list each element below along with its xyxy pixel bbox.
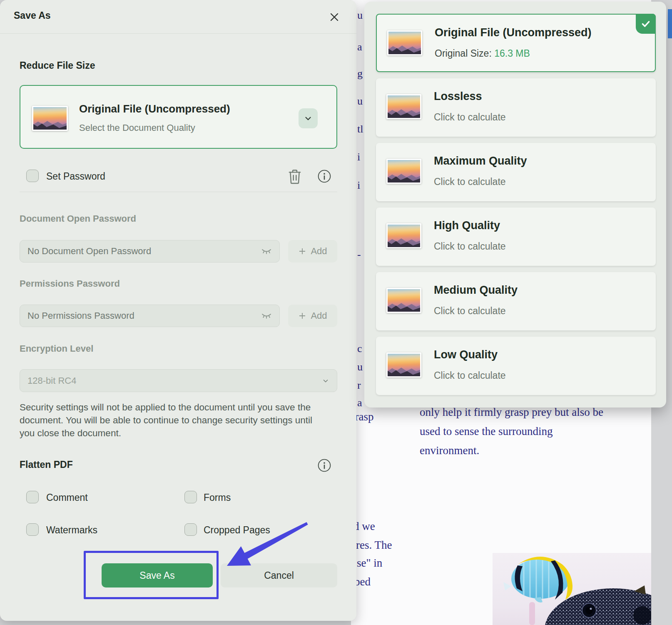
quality-selector[interactable]: Original File (Uncompressed) Select the …: [20, 85, 337, 149]
original-size-value: 16.3 MB: [494, 48, 530, 59]
quality-option-subtitle: Click to calculate: [434, 176, 506, 188]
watermarks-label: Watermarks: [46, 525, 97, 536]
page-text-fragment: g: [357, 68, 363, 80]
watermarks-checkbox[interactable]: [26, 523, 39, 536]
arrow-annotation: [217, 517, 316, 575]
quality-option-medium[interactable]: Medium Quality Click to calculate: [376, 272, 656, 330]
divider: [20, 192, 337, 192]
encryption-level-label: Encryption Level: [20, 343, 93, 354]
dialog-title: Save As: [14, 10, 51, 21]
page-text-fragment: r: [357, 379, 361, 392]
page-text-fragment: res. The: [356, 539, 392, 552]
quality-option-title: Original File (Uncompressed): [435, 26, 592, 39]
chevron-down-icon: [304, 114, 313, 123]
fish-photo: [493, 553, 651, 625]
add-button-label: Add: [311, 246, 327, 257]
eye-closed-icon[interactable]: [261, 312, 272, 320]
quality-option-subtitle: Click to calculate: [434, 370, 506, 381]
page-text-fragment: c: [357, 342, 362, 355]
document-thumbnail: [386, 94, 421, 119]
background-app-accent: [668, 9, 672, 38]
quality-option-subtitle: Click to calculate: [434, 112, 506, 123]
forms-label: Forms: [204, 492, 231, 503]
page-text-fragment: a: [357, 397, 362, 409]
security-note: Security settings will not be applied to…: [20, 401, 330, 440]
highlight-rectangle-annotation: [84, 551, 219, 599]
document-thumbnail: [386, 352, 421, 378]
page-paragraph: only help it firmly grasp prey but also …: [420, 402, 603, 460]
quality-options-panel: Original File (Uncompressed) Original Si…: [364, 2, 666, 408]
chevron-down-icon: [322, 377, 329, 385]
password-info-button[interactable]: [316, 168, 332, 184]
quality-option-low[interactable]: Low Quality Click to calculate: [376, 337, 656, 395]
comment-label: Comment: [46, 492, 88, 503]
page-text-fragment: i: [357, 179, 360, 192]
close-icon: [327, 10, 342, 25]
close-button[interactable]: [326, 8, 343, 26]
selected-quality-title: Original File (Uncompressed): [79, 102, 230, 115]
quality-option-lossless[interactable]: Lossless Click to calculate: [376, 78, 656, 137]
permissions-password-label: Permissions Password: [20, 278, 120, 289]
set-password-label: Set Password: [46, 171, 105, 182]
page-text-fragment: u: [357, 95, 363, 108]
eye-closed-icon[interactable]: [261, 248, 272, 255]
quality-option-title: Medium Quality: [434, 284, 518, 297]
quality-option-subtitle: Original Size: 16.3 MB: [435, 48, 530, 59]
page-text-fragment: i: [357, 151, 360, 163]
page-text-fragment: -: [357, 248, 361, 261]
cropped-pages-checkbox[interactable]: [184, 523, 197, 536]
quality-option-subtitle: Click to calculate: [434, 241, 506, 252]
quality-option-title: Lossless: [434, 90, 482, 103]
forms-checkbox[interactable]: [184, 491, 197, 503]
checkmark-icon: [640, 18, 651, 29]
quality-option-subtitle: Click to calculate: [434, 305, 506, 317]
reduce-file-size-heading: Reduce File Size: [20, 60, 95, 71]
plus-icon: [298, 247, 306, 255]
quality-option-high[interactable]: High Quality Click to calculate: [376, 208, 656, 266]
info-icon: [317, 169, 331, 183]
document-open-password-input[interactable]: No Document Open Password: [20, 240, 280, 262]
add-document-open-password-button[interactable]: Add: [288, 240, 337, 262]
document-thumbnail: [386, 288, 421, 313]
document-thumbnail: [386, 223, 421, 248]
selected-badge: [636, 14, 656, 34]
flatten-info-button[interactable]: [316, 458, 332, 473]
page-text-fragment: d we: [353, 520, 375, 533]
comment-checkbox[interactable]: [26, 491, 39, 503]
document-thumbnail: [32, 106, 68, 131]
page-text-line: environment.: [420, 441, 603, 460]
quality-option-title: High Quality: [434, 219, 500, 232]
page-text-fragment: a: [357, 41, 362, 53]
original-size-label: Original Size:: [435, 48, 494, 59]
permissions-password-value: No Permissions Password: [27, 310, 261, 321]
add-button-label: Add: [311, 310, 327, 321]
document-thumbnail: [387, 30, 422, 55]
plus-icon: [298, 312, 306, 320]
document-open-password-value: No Document Open Password: [27, 246, 261, 257]
document-thumbnail: [386, 159, 421, 184]
encryption-level-value: 128-bit RC4: [27, 375, 322, 386]
page-text-fragment: bed: [354, 575, 371, 588]
page-text-fragment: u: [357, 9, 363, 22]
selected-quality-subtitle: Select the Document Quality: [79, 122, 195, 133]
quality-dropdown-button[interactable]: [299, 108, 318, 128]
add-permissions-password-button[interactable]: Add: [288, 305, 337, 327]
document-open-password-label: Document Open Password: [20, 213, 136, 224]
fish-photo-illustration: [493, 553, 651, 625]
quality-option-maximum[interactable]: Maximum Quality Click to calculate: [376, 143, 656, 201]
page-text-line: used to sense the surrounding: [420, 422, 603, 441]
page-text-fragment: u: [357, 361, 363, 373]
quality-option-original[interactable]: Original File (Uncompressed) Original Si…: [376, 14, 656, 72]
info-icon: [317, 458, 331, 472]
delete-password-button[interactable]: [286, 168, 304, 186]
page-text-fragment: tl: [357, 123, 363, 135]
page-text-fragment: se" in: [357, 557, 382, 570]
permissions-password-input[interactable]: No Permissions Password: [20, 305, 280, 327]
flatten-pdf-heading: Flatten PDF: [20, 459, 73, 470]
trash-icon: [287, 168, 302, 185]
divider: [0, 33, 356, 34]
encryption-level-select[interactable]: 128-bit RC4: [20, 369, 337, 392]
quality-option-title: Low Quality: [434, 348, 498, 361]
quality-option-title: Maximum Quality: [434, 155, 527, 168]
set-password-checkbox[interactable]: [26, 170, 39, 182]
